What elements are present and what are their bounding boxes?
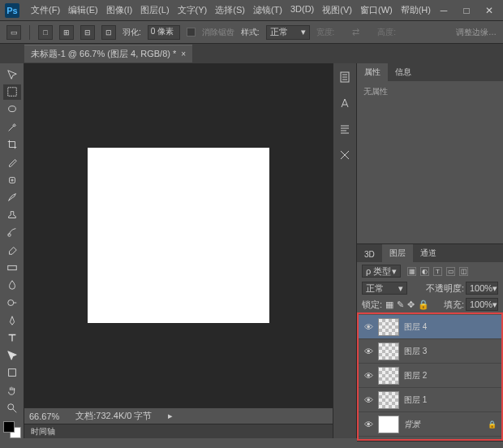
status-arrow-icon[interactable]: ▸ bbox=[168, 411, 173, 421]
layer-thumbnail[interactable] bbox=[378, 416, 399, 433]
minimize-button[interactable]: ─ bbox=[438, 5, 449, 16]
doc-info[interactable]: 文档:732.4K/0 字节 bbox=[75, 410, 152, 422]
maximize-button[interactable]: □ bbox=[461, 5, 472, 16]
lock-position-icon[interactable]: ✥ bbox=[407, 299, 415, 310]
lock-all-icon[interactable]: 🔒 bbox=[418, 299, 429, 310]
layer-row[interactable]: 👁 图层 1 bbox=[359, 388, 501, 412]
stamp-tool[interactable] bbox=[3, 207, 21, 223]
layer-row[interactable]: 👁 背景 🔒 bbox=[359, 412, 501, 437]
layer-thumbnail[interactable] bbox=[378, 367, 399, 385]
type-tool[interactable] bbox=[3, 330, 21, 346]
pen-tool[interactable] bbox=[3, 312, 21, 329]
sel-add-icon[interactable]: ⊞ bbox=[59, 25, 74, 40]
timeline-tab[interactable]: 时间轴 bbox=[24, 424, 333, 438]
menu-edit[interactable]: 编辑(E) bbox=[65, 2, 101, 19]
tab-channels[interactable]: 通道 bbox=[413, 244, 444, 262]
layer-name[interactable]: 图层 2 bbox=[404, 370, 427, 381]
layer-thumbnail[interactable] bbox=[378, 342, 399, 360]
filter-adjust-icon[interactable]: ◐ bbox=[420, 267, 429, 276]
tab-3d[interactable]: 3D bbox=[357, 247, 382, 262]
layer-thumbnail[interactable] bbox=[378, 391, 399, 409]
character-panel-icon[interactable] bbox=[337, 96, 352, 110]
layer-name[interactable]: 图层 1 bbox=[404, 394, 427, 406]
filter-smart-icon[interactable]: ◫ bbox=[459, 267, 468, 276]
layer-row[interactable]: 👁 图层 4 bbox=[359, 315, 501, 339]
layer-row[interactable]: 👁 图层 2 bbox=[359, 364, 501, 388]
visibility-toggle[interactable]: 👁 bbox=[363, 395, 373, 405]
zoom-tool[interactable] bbox=[3, 400, 21, 416]
document-canvas[interactable] bbox=[88, 148, 269, 323]
layer-name[interactable]: 图层 4 bbox=[404, 321, 427, 333]
tab-close-icon[interactable]: × bbox=[181, 50, 186, 58]
heal-tool[interactable] bbox=[3, 172, 21, 188]
sel-subtract-icon[interactable]: ⊟ bbox=[80, 25, 95, 40]
fill-input[interactable]: 100%▾ bbox=[466, 298, 498, 311]
antialias-checkbox[interactable] bbox=[187, 28, 196, 37]
svg-point-1 bbox=[8, 106, 15, 112]
antialias-label: 消除锯齿 bbox=[202, 27, 234, 38]
lock-transparency-icon[interactable]: ▦ bbox=[385, 299, 393, 310]
gradient-tool[interactable] bbox=[3, 260, 21, 276]
paragraph-panel-icon[interactable] bbox=[337, 122, 352, 136]
filter-type-icon[interactable]: T bbox=[433, 267, 442, 276]
sel-new-icon[interactable]: □ bbox=[38, 25, 53, 40]
opacity-input[interactable]: 100%▾ bbox=[466, 282, 498, 295]
layer-name[interactable]: 图层 3 bbox=[404, 346, 427, 357]
menu-3d[interactable]: 3D(D) bbox=[287, 2, 317, 19]
menu-help[interactable]: 帮助(H) bbox=[398, 2, 434, 19]
shape-tool[interactable] bbox=[3, 365, 21, 381]
layer-name[interactable]: 背景 bbox=[404, 419, 420, 430]
blend-mode-value: 正常 bbox=[366, 282, 384, 295]
style-dropdown[interactable]: 正常▾ bbox=[266, 25, 310, 40]
dodge-tool[interactable] bbox=[3, 295, 21, 311]
menu-image[interactable]: 图像(I) bbox=[103, 2, 135, 19]
visibility-toggle[interactable]: 👁 bbox=[363, 347, 373, 356]
visibility-toggle[interactable]: 👁 bbox=[363, 420, 373, 429]
visibility-toggle[interactable]: 👁 bbox=[363, 322, 373, 332]
lock-paint-icon[interactable]: ✎ bbox=[397, 299, 404, 310]
eraser-tool[interactable] bbox=[3, 242, 21, 258]
color-swatches[interactable] bbox=[3, 421, 21, 439]
path-tool[interactable] bbox=[3, 347, 21, 364]
canvas-viewport[interactable] bbox=[24, 63, 333, 407]
wand-tool[interactable] bbox=[3, 119, 21, 136]
crop-tool[interactable] bbox=[3, 137, 21, 153]
brush-tool[interactable] bbox=[3, 189, 21, 205]
menu-view[interactable]: 视图(V) bbox=[319, 2, 355, 19]
foreground-color[interactable] bbox=[3, 421, 15, 433]
feather-label: 羽化: bbox=[123, 27, 141, 38]
menu-window[interactable]: 窗口(W) bbox=[357, 2, 396, 19]
menu-type[interactable]: 文字(Y) bbox=[174, 2, 211, 19]
sel-intersect-icon[interactable]: ⊡ bbox=[101, 25, 116, 40]
tool-preset-icon[interactable]: ▭ bbox=[6, 25, 21, 40]
swatches-panel-icon[interactable] bbox=[337, 148, 352, 162]
status-bar: 66.67% 文档:732.4K/0 字节 ▸ bbox=[24, 407, 333, 424]
refine-edge-button[interactable]: 调整边缘… bbox=[456, 27, 497, 38]
blend-mode-dropdown[interactable]: 正常▾ bbox=[362, 282, 407, 295]
tab-info[interactable]: 信息 bbox=[388, 63, 419, 81]
hand-tool[interactable] bbox=[3, 382, 21, 398]
filter-kind-dropdown[interactable]: ρ 类型▾ bbox=[362, 265, 401, 278]
visibility-toggle[interactable]: 👁 bbox=[363, 371, 373, 381]
marquee-tool[interactable] bbox=[3, 84, 21, 101]
tab-layers[interactable]: 图层 bbox=[382, 244, 413, 262]
history-brush-tool[interactable] bbox=[3, 225, 21, 241]
menu-filter[interactable]: 滤镜(T) bbox=[250, 2, 286, 19]
tab-properties[interactable]: 属性 bbox=[357, 63, 388, 81]
filter-shape-icon[interactable]: ▭ bbox=[446, 267, 455, 276]
filter-pixel-icon[interactable]: ▦ bbox=[407, 267, 416, 276]
menu-layer[interactable]: 图层(L) bbox=[137, 2, 172, 19]
move-tool[interactable] bbox=[3, 67, 21, 83]
layer-thumbnail[interactable] bbox=[378, 318, 399, 336]
history-panel-icon[interactable] bbox=[337, 70, 352, 84]
eyedropper-tool[interactable] bbox=[3, 154, 21, 170]
close-button[interactable]: ✕ bbox=[484, 5, 495, 16]
menu-select[interactable]: 选择(S) bbox=[212, 2, 248, 19]
blur-tool[interactable] bbox=[3, 278, 21, 294]
layer-row[interactable]: 👁 图层 3 bbox=[359, 339, 501, 364]
feather-input[interactable]: 0 像素 bbox=[148, 25, 180, 40]
zoom-level[interactable]: 66.67% bbox=[29, 411, 59, 421]
menu-file[interactable]: 文件(F) bbox=[28, 2, 63, 19]
document-tab[interactable]: 未标题-1 @ 66.7% (图层 4, RGB/8) * × bbox=[24, 45, 192, 62]
lasso-tool[interactable] bbox=[3, 101, 21, 118]
